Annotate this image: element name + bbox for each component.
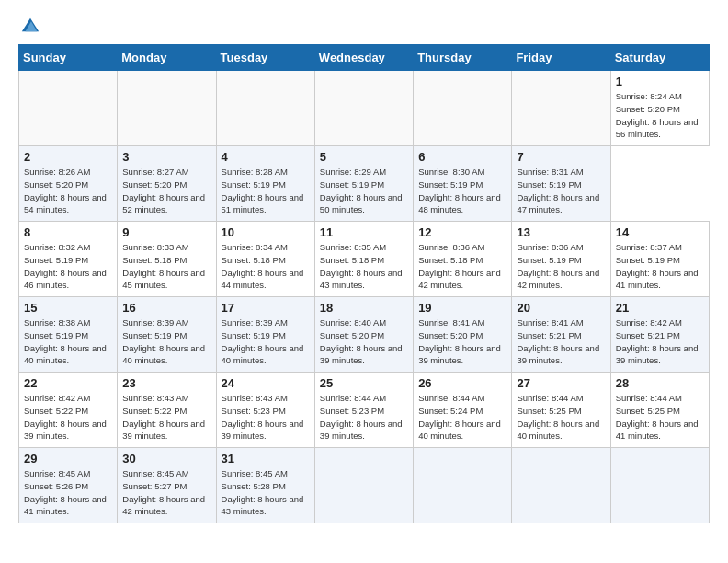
day-info: Sunrise: 8:43 AMSunset: 5:23 PMDaylight:… xyxy=(222,392,310,442)
logo-icon xyxy=(20,15,40,35)
day-cell-19: 19Sunrise: 8:41 AMSunset: 5:20 PMDayligh… xyxy=(414,297,512,373)
week-row-6: 29Sunrise: 8:45 AMSunset: 5:26 PMDayligh… xyxy=(19,448,710,523)
day-info: Sunrise: 8:42 AMSunset: 5:21 PMDaylight:… xyxy=(616,316,704,367)
day-number: 7 xyxy=(517,150,605,164)
day-cell-8: 8Sunrise: 8:32 AMSunset: 5:19 PMDaylight… xyxy=(19,222,118,297)
logo-area xyxy=(18,15,40,35)
week-row-1: 1Sunrise: 8:24 AMSunset: 5:20 PMDaylight… xyxy=(19,71,710,146)
week-row-3: 8Sunrise: 8:32 AMSunset: 5:19 PMDaylight… xyxy=(19,222,710,297)
day-number: 18 xyxy=(320,301,408,315)
day-cell-10: 10Sunrise: 8:34 AMSunset: 5:18 PMDayligh… xyxy=(216,222,314,297)
day-number: 20 xyxy=(517,301,605,315)
day-cell-15: 15Sunrise: 8:38 AMSunset: 5:19 PMDayligh… xyxy=(19,297,118,373)
day-cell-26: 26Sunrise: 8:44 AMSunset: 5:24 PMDayligh… xyxy=(414,373,512,448)
day-info: Sunrise: 8:31 AMSunset: 5:19 PMDaylight:… xyxy=(517,166,605,216)
day-info: Sunrise: 8:44 AMSunset: 5:24 PMDaylight:… xyxy=(418,392,506,442)
day-info: Sunrise: 8:44 AMSunset: 5:25 PMDaylight:… xyxy=(616,392,704,442)
day-cell-20: 20Sunrise: 8:41 AMSunset: 5:21 PMDayligh… xyxy=(512,297,610,373)
empty-cell xyxy=(118,71,216,146)
day-number: 22 xyxy=(24,376,112,390)
empty-cell xyxy=(19,71,118,146)
empty-cell xyxy=(314,71,413,146)
day-number: 21 xyxy=(616,301,704,315)
day-number: 31 xyxy=(222,452,310,465)
day-number: 30 xyxy=(122,452,210,465)
header-row: SundayMondayTuesdayWednesdayThursdayFrid… xyxy=(19,45,710,71)
day-number: 4 xyxy=(222,150,310,164)
day-info: Sunrise: 8:41 AMSunset: 5:20 PMDaylight:… xyxy=(418,316,506,367)
day-cell-18: 18Sunrise: 8:40 AMSunset: 5:20 PMDayligh… xyxy=(314,297,413,373)
day-cell-28: 28Sunrise: 8:44 AMSunset: 5:25 PMDayligh… xyxy=(610,373,709,448)
day-info: Sunrise: 8:43 AMSunset: 5:22 PMDaylight:… xyxy=(122,392,210,442)
day-info: Sunrise: 8:45 AMSunset: 5:26 PMDaylight:… xyxy=(24,467,112,518)
day-info: Sunrise: 8:30 AMSunset: 5:19 PMDaylight:… xyxy=(418,166,506,216)
day-number: 26 xyxy=(418,376,506,390)
day-number: 11 xyxy=(320,225,408,239)
day-number: 16 xyxy=(122,301,210,315)
week-row-4: 15Sunrise: 8:38 AMSunset: 5:19 PMDayligh… xyxy=(19,297,710,373)
day-cell-16: 16Sunrise: 8:39 AMSunset: 5:19 PMDayligh… xyxy=(118,297,216,373)
day-info: Sunrise: 8:41 AMSunset: 5:21 PMDaylight:… xyxy=(517,316,605,367)
day-info: Sunrise: 8:36 AMSunset: 5:19 PMDaylight:… xyxy=(517,241,605,292)
col-header-sunday: Sunday xyxy=(19,45,118,71)
day-number: 27 xyxy=(517,376,605,390)
day-cell-3: 3Sunrise: 8:27 AMSunset: 5:20 PMDaylight… xyxy=(118,146,216,222)
day-number: 10 xyxy=(222,225,310,239)
day-cell-9: 9Sunrise: 8:33 AMSunset: 5:18 PMDaylight… xyxy=(118,222,216,297)
day-cell-14: 14Sunrise: 8:37 AMSunset: 5:19 PMDayligh… xyxy=(610,222,709,297)
day-number: 14 xyxy=(616,225,704,239)
empty-cell xyxy=(512,448,610,523)
day-info: Sunrise: 8:27 AMSunset: 5:20 PMDaylight:… xyxy=(122,166,210,216)
day-cell-29: 29Sunrise: 8:45 AMSunset: 5:26 PMDayligh… xyxy=(19,448,118,523)
day-info: Sunrise: 8:36 AMSunset: 5:18 PMDaylight:… xyxy=(418,241,506,292)
day-number: 2 xyxy=(24,150,112,164)
day-number: 1 xyxy=(616,75,704,88)
day-number: 23 xyxy=(122,376,210,390)
empty-cell xyxy=(414,448,512,523)
day-info: Sunrise: 8:32 AMSunset: 5:19 PMDaylight:… xyxy=(24,241,112,292)
day-cell-24: 24Sunrise: 8:43 AMSunset: 5:23 PMDayligh… xyxy=(216,373,314,448)
day-cell-12: 12Sunrise: 8:36 AMSunset: 5:18 PMDayligh… xyxy=(414,222,512,297)
day-cell-7: 7Sunrise: 8:31 AMSunset: 5:19 PMDaylight… xyxy=(512,146,610,222)
col-header-saturday: Saturday xyxy=(610,45,709,71)
day-info: Sunrise: 8:34 AMSunset: 5:18 PMDaylight:… xyxy=(222,241,310,292)
day-info: Sunrise: 8:45 AMSunset: 5:28 PMDaylight:… xyxy=(222,467,310,518)
day-info: Sunrise: 8:42 AMSunset: 5:22 PMDaylight:… xyxy=(24,392,112,442)
day-cell-4: 4Sunrise: 8:28 AMSunset: 5:19 PMDaylight… xyxy=(216,146,314,222)
day-number: 6 xyxy=(418,150,506,164)
day-number: 9 xyxy=(122,225,210,239)
day-cell-11: 11Sunrise: 8:35 AMSunset: 5:18 PMDayligh… xyxy=(314,222,413,297)
day-cell-1: 1Sunrise: 8:24 AMSunset: 5:20 PMDaylight… xyxy=(610,71,709,146)
day-info: Sunrise: 8:37 AMSunset: 5:19 PMDaylight:… xyxy=(616,241,704,292)
empty-cell xyxy=(216,71,314,146)
calendar-table: SundayMondayTuesdayWednesdayThursdayFrid… xyxy=(18,44,710,523)
day-cell-27: 27Sunrise: 8:44 AMSunset: 5:25 PMDayligh… xyxy=(512,373,610,448)
day-number: 25 xyxy=(320,376,408,390)
empty-cell xyxy=(610,448,709,523)
col-header-friday: Friday xyxy=(512,45,610,71)
day-number: 29 xyxy=(24,452,112,465)
day-cell-6: 6Sunrise: 8:30 AMSunset: 5:19 PMDaylight… xyxy=(414,146,512,222)
day-number: 5 xyxy=(320,150,408,164)
logo xyxy=(18,15,40,35)
day-info: Sunrise: 8:40 AMSunset: 5:20 PMDaylight:… xyxy=(320,316,408,367)
day-info: Sunrise: 8:39 AMSunset: 5:19 PMDaylight:… xyxy=(222,316,310,367)
col-header-wednesday: Wednesday xyxy=(314,45,413,71)
day-number: 19 xyxy=(418,301,506,315)
week-row-5: 22Sunrise: 8:42 AMSunset: 5:22 PMDayligh… xyxy=(19,373,710,448)
week-row-2: 2Sunrise: 8:26 AMSunset: 5:20 PMDaylight… xyxy=(19,146,710,222)
day-cell-17: 17Sunrise: 8:39 AMSunset: 5:19 PMDayligh… xyxy=(216,297,314,373)
day-info: Sunrise: 8:44 AMSunset: 5:25 PMDaylight:… xyxy=(517,392,605,442)
day-cell-31: 31Sunrise: 8:45 AMSunset: 5:28 PMDayligh… xyxy=(216,448,314,523)
col-header-thursday: Thursday xyxy=(414,45,512,71)
day-number: 13 xyxy=(517,225,605,239)
page: SundayMondayTuesdayWednesdayThursdayFrid… xyxy=(0,0,728,563)
day-number: 8 xyxy=(24,225,112,239)
empty-cell xyxy=(314,448,413,523)
day-info: Sunrise: 8:29 AMSunset: 5:19 PMDaylight:… xyxy=(320,166,408,216)
day-cell-2: 2Sunrise: 8:26 AMSunset: 5:20 PMDaylight… xyxy=(19,146,118,222)
day-number: 3 xyxy=(122,150,210,164)
day-cell-23: 23Sunrise: 8:43 AMSunset: 5:22 PMDayligh… xyxy=(118,373,216,448)
day-info: Sunrise: 8:28 AMSunset: 5:19 PMDaylight:… xyxy=(222,166,310,216)
header xyxy=(18,15,710,35)
